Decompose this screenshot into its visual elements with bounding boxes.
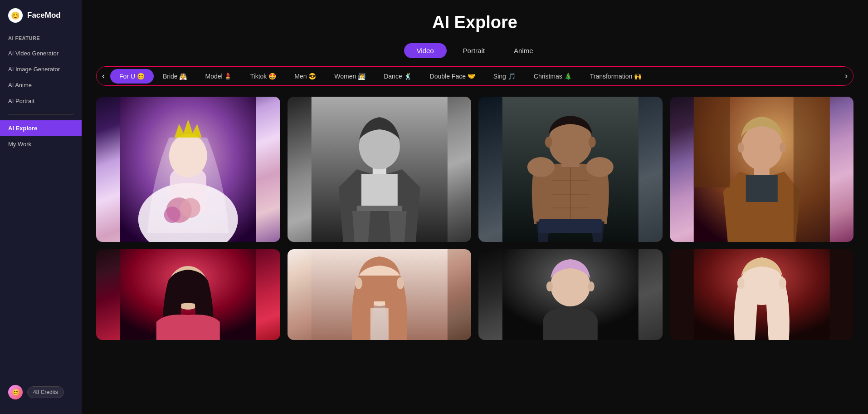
svg-point-28 <box>741 125 782 170</box>
cat-label: Christmas 🎄 <box>534 73 572 80</box>
sidebar-item-label: My Work <box>8 141 31 148</box>
svg-point-43 <box>588 281 595 291</box>
cat-label: For U 😊 <box>119 73 145 80</box>
tab-anime[interactable]: Anime <box>501 43 546 58</box>
svg-rect-9 <box>361 174 397 210</box>
grid-card-bride[interactable] <box>96 97 280 242</box>
grid-card-men-casual[interactable] <box>670 97 854 242</box>
svg-point-22 <box>545 137 552 148</box>
svg-point-47 <box>779 277 786 289</box>
category-arrow-right[interactable]: › <box>839 69 853 84</box>
svg-point-19 <box>586 157 614 177</box>
svg-point-29 <box>737 143 744 153</box>
grid-card-empty[interactable] <box>670 249 854 340</box>
card-image-bride <box>96 97 280 242</box>
grid-card-women-portrait[interactable] <box>288 249 472 340</box>
sidebar-item-label: AI Explore <box>8 125 37 132</box>
sidebar: 😊 FaceMod AI Feature AI Video Generator … <box>0 0 82 414</box>
avatar: 😊 <box>8 385 23 399</box>
grid-card-men-athletic[interactable] <box>478 97 663 242</box>
category-for-u[interactable]: For U 😊 <box>110 69 154 84</box>
cat-label: Dance 🕺 <box>384 73 411 80</box>
grid-card-women-glam[interactable] <box>96 249 280 340</box>
grid-card-person-dark[interactable] <box>478 249 663 340</box>
card-image-men-casual <box>670 97 854 242</box>
category-men[interactable]: Men 😎 <box>285 69 325 84</box>
category-model[interactable]: Model 💄 <box>196 69 241 84</box>
svg-point-42 <box>546 281 553 291</box>
svg-rect-39 <box>370 308 388 340</box>
svg-point-46 <box>737 277 744 289</box>
cat-label: Transformation 🙌 <box>590 73 642 80</box>
cat-label: Sing 🎵 <box>493 73 516 80</box>
cat-label: Tiktok 🤩 <box>250 73 277 80</box>
category-women[interactable]: Women 🧖 <box>325 69 375 84</box>
svg-point-7 <box>164 207 180 223</box>
category-tiktok[interactable]: Tiktok 🤩 <box>241 69 286 84</box>
grid-card-model-bw[interactable] <box>288 97 472 242</box>
svg-point-38 <box>396 277 404 289</box>
category-arrow-left[interactable]: ‹ <box>97 69 110 84</box>
logo-area[interactable]: 😊 FaceMod <box>0 8 82 35</box>
sidebar-item-ai-image-generator[interactable]: AI Image Generator <box>0 61 82 77</box>
cat-label: Double Face 🤝 <box>430 73 475 80</box>
sidebar-item-ai-video-generator[interactable]: AI Video Generator <box>0 45 82 61</box>
svg-point-6 <box>180 198 200 218</box>
tab-video[interactable]: Video <box>404 43 447 58</box>
svg-rect-12 <box>356 206 402 211</box>
sidebar-item-label: AI Video Generator <box>8 50 59 57</box>
tabs-row: Video Portrait Anime <box>96 43 853 58</box>
svg-rect-32 <box>793 97 829 242</box>
category-sing[interactable]: Sing 🎵 <box>484 69 525 84</box>
tab-portrait[interactable]: Portrait <box>450 43 497 58</box>
card-image-empty <box>670 249 854 340</box>
sidebar-divider <box>8 114 73 115</box>
category-bride[interactable]: Bride 👰 <box>154 69 196 84</box>
main-content: AI Explore Video Portrait Anime ‹ For U … <box>82 0 868 414</box>
category-bar-wrapper: ‹ For U 😊 Bride 👰 Model 💄 Tiktok 🤩 Men 😎… <box>96 66 853 86</box>
category-dance[interactable]: Dance 🕺 <box>375 69 420 84</box>
svg-point-37 <box>355 277 362 289</box>
logo-icon: 😊 <box>8 8 23 23</box>
logo-text: FaceMod <box>27 11 61 20</box>
svg-point-23 <box>589 137 596 148</box>
sidebar-item-label: AI Portrait <box>8 98 34 104</box>
logo-emoji: 😊 <box>11 11 20 20</box>
ai-feature-label: AI Feature <box>0 35 82 45</box>
cat-label: Men 😎 <box>294 73 316 80</box>
sidebar-item-label: AI Anime <box>8 82 32 89</box>
category-christmas[interactable]: Christmas 🎄 <box>525 69 581 84</box>
sidebar-item-label: AI Image Generator <box>8 66 60 73</box>
category-bar: For U 😊 Bride 👰 Model 💄 Tiktok 🤩 Men 😎 W… <box>110 69 839 84</box>
svg-point-18 <box>527 157 555 177</box>
sidebar-item-ai-anime[interactable]: AI Anime <box>0 77 82 93</box>
card-image-person-dark <box>478 249 663 340</box>
sidebar-item-ai-portrait[interactable]: AI Portrait <box>0 93 82 109</box>
svg-rect-31 <box>693 97 730 187</box>
credits-badge[interactable]: 48 Credits <box>27 386 64 398</box>
cat-label: Bride 👰 <box>163 73 187 80</box>
image-grid <box>96 97 853 340</box>
page-title: AI Explore <box>96 13 853 32</box>
category-double-face[interactable]: Double Face 🤝 <box>421 69 484 84</box>
card-image-women-glam <box>96 249 280 340</box>
category-transformation[interactable]: Transformation 🙌 <box>581 69 651 84</box>
sidebar-item-ai-explore[interactable]: AI Explore <box>0 120 82 136</box>
svg-point-30 <box>779 143 785 153</box>
card-image-model-bw <box>288 97 472 242</box>
sidebar-item-my-work[interactable]: My Work <box>0 136 82 152</box>
svg-rect-26 <box>746 175 777 202</box>
svg-rect-24 <box>539 219 602 233</box>
card-image-men-athletic <box>478 97 663 242</box>
cat-label: Model 💄 <box>205 73 232 80</box>
cat-label: Women 🧖 <box>334 73 366 80</box>
sidebar-bottom: 😊 48 Credits <box>0 378 82 407</box>
card-image-women-portrait <box>288 249 472 340</box>
